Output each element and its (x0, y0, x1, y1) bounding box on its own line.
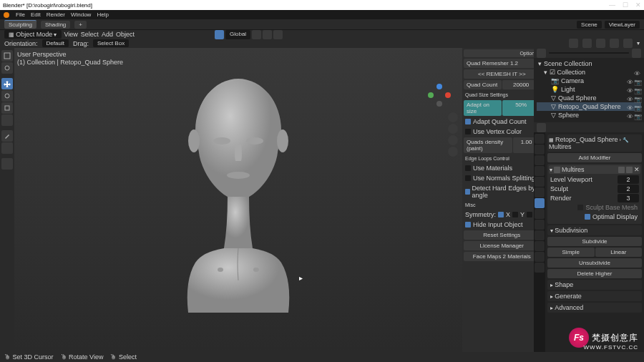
modifier-close-icon[interactable]: ✕ (634, 166, 640, 173)
proptab-texture[interactable] (535, 263, 545, 273)
proptab-viewlayer[interactable] (535, 155, 545, 165)
tool-annotate[interactable] (1, 130, 13, 142)
workspace-tab-sculpting[interactable]: Sculpting (4, 20, 36, 29)
symmetry-x-checkbox[interactable] (498, 212, 504, 217)
mesh-head-model[interactable] (167, 69, 310, 327)
shading-solid-icon[interactable] (596, 39, 605, 48)
snap-icon[interactable] (263, 30, 272, 39)
menu-help[interactable]: Help (97, 11, 108, 18)
mode-menu-object[interactable]: Object (116, 31, 135, 38)
drag-dropdown[interactable]: Select Box (93, 39, 129, 47)
generate-section[interactable]: ▸ Generate (547, 291, 642, 301)
simple-button[interactable]: Simple (547, 248, 595, 257)
subdivide-button[interactable]: Subdivide (547, 237, 642, 246)
subdivision-section[interactable]: ▾ Subdivision (547, 225, 642, 235)
proptab-modifier[interactable] (535, 198, 545, 208)
proptab-render[interactable] (535, 134, 545, 144)
scene-field[interactable]: Scene (577, 21, 602, 29)
detect-hard-checkbox[interactable] (465, 189, 470, 195)
viewport-3d[interactable]: User Perspective (1) Collection | Retopo… (14, 48, 462, 352)
unsubdivide-button[interactable]: Unsubdivide (547, 258, 642, 268)
use-vertex-color-checkbox[interactable] (465, 129, 471, 134)
tool-move[interactable] (1, 78, 13, 89)
outliner-item-light[interactable]: 💡 Light👁📷 (537, 85, 641, 94)
proptab-particle[interactable] (535, 209, 545, 219)
navigation-gizmo[interactable] (428, 84, 451, 107)
tool-rotate[interactable] (1, 90, 13, 102)
hide-input-checkbox[interactable] (465, 222, 471, 228)
outliner-item-quad-sphere[interactable]: ▽ Quad Sphere👁📷 (537, 94, 641, 102)
tool-scale[interactable] (1, 102, 13, 114)
advanced-section[interactable]: ▸ Advanced (547, 303, 642, 313)
license-manager-button[interactable]: License Manager (464, 241, 540, 250)
shading-rendered-icon[interactable] (623, 39, 633, 48)
mode-menu-view[interactable]: View (64, 31, 78, 38)
outliner-search[interactable] (549, 52, 629, 54)
properties-editor-icon[interactable] (537, 123, 546, 132)
panel-options-label[interactable]: Options (464, 49, 540, 57)
symmetry-z-checkbox[interactable] (527, 212, 532, 217)
render-value[interactable]: 3 (618, 194, 639, 202)
overlay-icon[interactable] (569, 39, 578, 48)
mode-menu-select[interactable]: Select (81, 31, 99, 38)
remesh-button[interactable]: << REMESH IT >> (464, 69, 540, 79)
outliner-item-retopo[interactable]: ▽ Retopo_Quad Sphere👁📷 (537, 102, 641, 111)
use-normals-checkbox[interactable] (465, 175, 471, 181)
outliner-item-sphere[interactable]: ▽ Sphere👁📷 (537, 111, 641, 119)
proptab-world[interactable] (535, 177, 545, 187)
sculpt-value[interactable]: 2 (618, 185, 639, 193)
modifier-header[interactable]: ▾ Multires ✕ (549, 165, 640, 174)
zoom-icon[interactable] (448, 112, 458, 122)
proportional-icon[interactable] (273, 30, 283, 39)
symmetry-y-checkbox[interactable] (512, 212, 518, 217)
level-viewport-value[interactable]: 2 (618, 175, 639, 184)
transform-orient-icon[interactable] (215, 30, 224, 39)
optimal-display-checkbox[interactable] (585, 214, 590, 220)
axis-neg-z-icon[interactable] (436, 101, 442, 107)
modifier-render-icon[interactable] (626, 167, 633, 173)
tool-add-cube[interactable] (1, 158, 13, 170)
tool-transform[interactable] (1, 114, 13, 126)
props-breadcrumb[interactable]: ▦ Retopo_Quad Sphere › 🔧 Multires (547, 134, 642, 152)
axis-x-icon[interactable] (445, 92, 451, 98)
outliner-editor-icon[interactable] (537, 49, 546, 58)
sculpt-base-mesh-checkbox[interactable] (577, 205, 583, 210)
proptab-material[interactable] (535, 252, 545, 262)
pan-icon[interactable] (448, 124, 458, 134)
shading-material-icon[interactable] (610, 39, 619, 48)
add-modifier-button[interactable]: Add Modifier (547, 153, 642, 162)
modifier-display-icon[interactable] (618, 167, 625, 173)
perspective-toggle-icon[interactable] (448, 147, 458, 157)
mode-menu-add[interactable]: Add (102, 31, 113, 38)
outliner-filter-icon[interactable] (632, 49, 641, 58)
maximize-icon[interactable]: ☐ (623, 1, 628, 9)
camera-view-icon[interactable] (448, 135, 458, 145)
pivot-icon[interactable] (252, 30, 261, 39)
outliner-item-camera[interactable]: 📷 Camera👁📷 (537, 77, 641, 85)
facemaps-button[interactable]: Face Maps 2 Materials (464, 252, 540, 261)
shading-wireframe-icon[interactable] (582, 39, 592, 48)
global-dropdown[interactable]: Global (225, 30, 250, 39)
adapt-quad-count-checkbox[interactable] (465, 119, 471, 124)
delete-higher-button[interactable]: Delete Higher (547, 269, 642, 278)
workspace-tab-add[interactable]: + (74, 21, 87, 29)
tool-select-box[interactable] (1, 50, 13, 62)
menu-file[interactable]: File (16, 11, 25, 18)
outliner-scene-collection[interactable]: ▾ Scene Collection (537, 59, 641, 68)
shape-section[interactable]: ▸ Shape (547, 280, 642, 290)
axis-z-icon[interactable] (436, 84, 442, 89)
proptab-constraint[interactable] (535, 230, 545, 240)
viewlayer-field[interactable]: ViewLayer (605, 21, 640, 29)
workspace-tab-shading[interactable]: Shading (41, 21, 70, 29)
menu-render[interactable]: Render (47, 11, 65, 18)
axis-y-icon[interactable] (428, 92, 434, 98)
linear-button[interactable]: Linear (595, 248, 643, 257)
outliner-collection[interactable]: ▾ ☑ Collection👁 (537, 68, 641, 77)
proptab-scene[interactable] (535, 166, 545, 176)
menu-edit[interactable]: Edit (31, 11, 41, 18)
use-materials-checkbox[interactable] (465, 165, 471, 171)
minimize-icon[interactable]: — (609, 1, 615, 9)
orientation-dropdown[interactable]: Default (42, 39, 69, 47)
close-icon[interactable]: ✕ (635, 1, 641, 9)
proptab-data[interactable] (535, 241, 545, 251)
